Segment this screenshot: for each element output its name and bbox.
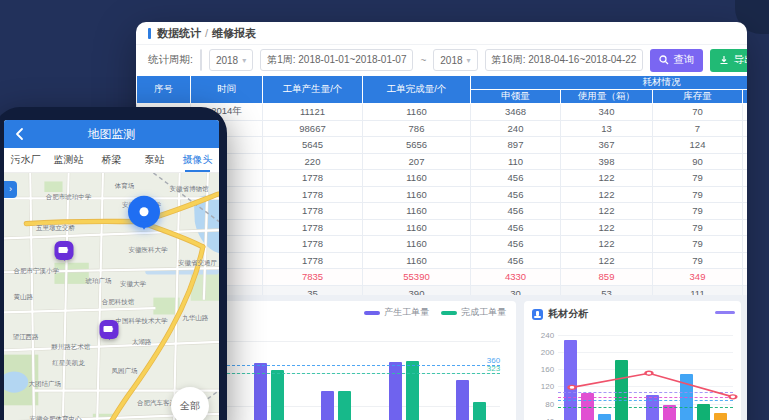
table-cell: 786 <box>363 120 471 137</box>
table-cell: 124 <box>653 137 743 154</box>
breadcrumb-section[interactable]: 数据统计 <box>157 26 201 41</box>
y-axis-tick: 160 <box>534 365 554 374</box>
phone-screen: 地图监测 污水厂监测站桥梁泵站摄像头 <box>4 120 219 420</box>
phone-tab-污水厂[interactable]: 污水厂 <box>4 148 47 172</box>
bar-完成工单量[interactable] <box>406 361 419 420</box>
col-header-created[interactable]: 工单产生量/个 <box>263 76 363 104</box>
col-subheader[interactable]: 余量 <box>743 90 748 104</box>
table-row: 42202071103989019 <box>137 153 748 170</box>
table-cell: 19 <box>743 153 748 170</box>
bar-产生工单量[interactable] <box>456 380 469 420</box>
col-header-consumables-group[interactable]: 耗材情况 <box>471 76 748 90</box>
map-label: 九华山路 <box>182 314 208 323</box>
legend-swatch <box>364 311 380 315</box>
table-cell: 1160 <box>363 104 471 121</box>
table-cell: 207 <box>363 153 471 170</box>
table-cell: 1778 <box>263 219 363 236</box>
period-label: 统计周期: <box>148 53 193 67</box>
trend-line <box>558 327 733 420</box>
legend-item[interactable]: 完成工单量 <box>441 306 506 319</box>
bar-完成工单量[interactable] <box>271 370 284 420</box>
table-cell: 67 <box>743 170 748 187</box>
period-option[interactable]: 年 <box>201 50 202 70</box>
bar-产生工单量[interactable] <box>389 362 402 420</box>
camera-pin[interactable] <box>100 320 119 339</box>
map-label: 安徽合肥体育中心 <box>30 414 82 420</box>
table-cell: 79 <box>653 170 743 187</box>
search-icon <box>659 55 669 65</box>
legend-item[interactable]: 产生工单量 <box>364 306 429 319</box>
col-subheader[interactable]: 使用量（箱） <box>561 90 653 104</box>
bar-完成工单量[interactable] <box>473 402 486 420</box>
phone-tab-bar: 污水厂监测站桥梁泵站摄像头 <box>4 148 219 173</box>
table-cell: 456 <box>471 219 561 236</box>
chart-legend: 产生工单量完成工单量 <box>364 306 506 319</box>
consumables-legend-dash <box>715 311 735 314</box>
table-cell: 98667 <box>263 120 363 137</box>
consumables-chart-panel: 耗材分析 4080120160200240 <box>524 301 741 420</box>
table-cell: 1160 <box>363 186 471 203</box>
dashboard-window: 数据统计 / 维修报表 统计周期: 年季月周日 2018 ▾ 第1周: 2018… <box>136 22 747 420</box>
y-axis-tick: 80 <box>534 400 554 409</box>
range-separator: ~ <box>420 55 426 66</box>
phone-header: 地图监测 <box>4 120 219 148</box>
table-cell: 340 <box>561 104 653 121</box>
bar-完成工单量[interactable] <box>338 391 351 420</box>
breadcrumb-accent <box>148 28 151 39</box>
all-filter-button[interactable]: 全部 <box>171 387 209 420</box>
col-header-done[interactable]: 工单完成量/个 <box>363 76 471 104</box>
back-chevron-icon[interactable] <box>13 127 27 141</box>
bar-产生工单量[interactable] <box>254 363 267 420</box>
year-from-select[interactable]: 2018 ▾ <box>209 49 253 71</box>
table-cell: 1160 <box>363 170 471 187</box>
table-cell: 250 <box>743 104 748 121</box>
table-cell: 1160 <box>363 203 471 220</box>
map-expander-button[interactable]: › <box>4 181 17 198</box>
table-cell: 67 <box>743 186 748 203</box>
phone-tab-泵站[interactable]: 泵站 <box>133 148 176 172</box>
table-cell: 398 <box>561 153 653 170</box>
chevron-down-icon: ▾ <box>242 56 246 65</box>
week-from-select[interactable]: 第1周: 2018-01-01~2018-01-07 <box>260 49 413 71</box>
map-label: 五里墩立交桥 <box>36 224 75 233</box>
y-axis-tick: 200 <box>534 348 554 357</box>
table-cell: 1778 <box>263 170 363 187</box>
table-cell: 456 <box>471 236 561 253</box>
consumables-chart-title: 耗材分析 <box>524 301 741 327</box>
export-excel-button[interactable]: 导出Excel <box>710 49 747 72</box>
col-subheader[interactable]: 申领量 <box>471 90 561 104</box>
chevron-down-icon: ▾ <box>467 56 471 65</box>
table-row: 10177811604561227967 <box>137 252 748 269</box>
total-row: 合计7835553904330859349332 <box>137 269 748 286</box>
phone-tab-监测站[interactable]: 监测站 <box>47 148 90 172</box>
table-cell: 122 <box>561 236 653 253</box>
map-label: 中国科学技术大学 <box>116 316 168 325</box>
col-header-no[interactable]: 序号 <box>137 76 191 104</box>
camera-pin[interactable] <box>55 241 74 260</box>
table-cell: 122 <box>561 170 653 187</box>
table-cell: 67 <box>743 252 748 269</box>
table-cell: 332 <box>743 269 748 286</box>
consumables-chart-plot: 4080120160200240 <box>558 327 733 420</box>
col-subheader[interactable]: 库存量 <box>653 90 743 104</box>
col-header-time[interactable]: 时间 <box>191 76 263 104</box>
table-cell: 67 <box>743 219 748 236</box>
map-view[interactable]: 合肥市琥珀中学体育场安徽农业大学安徽省博物馆五里墩立交桥安徽医科大学安徽省交通厅… <box>4 173 219 420</box>
query-button[interactable]: 查询 <box>650 49 703 72</box>
table-row: 5177811604561227967 <box>137 170 748 187</box>
bar-产生工单量[interactable] <box>321 391 334 420</box>
year-to-select[interactable]: 2018 ▾ <box>433 49 477 71</box>
phone-tab-桥梁[interactable]: 桥梁 <box>90 148 133 172</box>
map-label: 安徽省博物馆 <box>169 184 208 193</box>
charts-strip: 产生工单量完成工单量 360323 耗材分析 4080120160200240 <box>136 295 747 420</box>
table-cell: 67 <box>743 203 748 220</box>
legend-label: 完成工单量 <box>461 306 506 319</box>
map-label: 凤园广场 <box>111 367 137 376</box>
table-cell: 122 <box>561 219 653 236</box>
table-cell: 79 <box>653 186 743 203</box>
screenshot-root: { "breadcrumb": { "section": "数据统计", "se… <box>0 0 769 420</box>
week-to-select[interactable]: 第16周: 2018-04-16~2018-04-22 <box>485 49 644 71</box>
selected-location-pin[interactable] <box>128 196 160 228</box>
table-cell: 5645 <box>263 137 363 154</box>
phone-tab-摄像头[interactable]: 摄像头 <box>176 148 219 172</box>
